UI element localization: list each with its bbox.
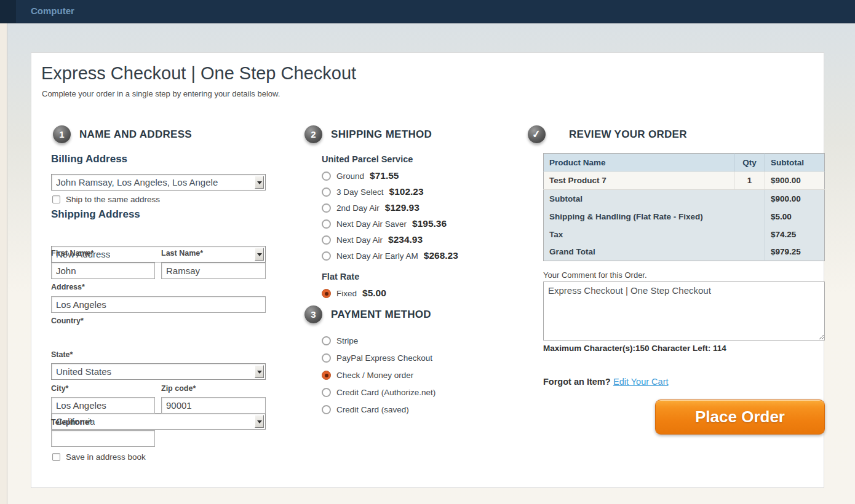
step2-header: 2 SHIPPING METHOD <box>304 125 432 143</box>
shipping-option-ground[interactable]: Ground $71.55 <box>322 168 458 184</box>
radio-icon[interactable] <box>322 235 331 245</box>
payment-option-label: Credit Card (saved) <box>336 405 409 414</box>
address-label: Address* <box>51 283 85 291</box>
col-qty: Qty <box>734 154 765 171</box>
country-select[interactable]: United States <box>51 363 266 380</box>
comment-label: Your Comment for this Order. <box>543 270 647 280</box>
item-subtotal: $900.00 <box>765 171 825 190</box>
chevron-down-icon <box>255 365 264 378</box>
telephone-field[interactable] <box>51 430 155 447</box>
save-address-row[interactable]: Save in address book <box>52 452 146 462</box>
address-field[interactable] <box>51 296 266 313</box>
billing-address-select-value: John Ramsay, Los Angeles, Los Angele <box>56 177 218 187</box>
shipping-option-2nd-day[interactable]: 2nd Day Air $129.93 <box>322 200 458 216</box>
radio-icon[interactable] <box>322 203 331 213</box>
place-order-button[interactable]: Place Order <box>655 400 825 435</box>
review-header: ✓ REVIEW YOUR ORDER <box>528 125 687 143</box>
shipping-option-label: Next Day Air <box>336 235 383 245</box>
shipping-option-price: $71.55 <box>370 170 399 181</box>
payment-option-label: Credit Card (Authorize.net) <box>336 388 435 397</box>
review-title: REVIEW YOUR ORDER <box>569 128 687 141</box>
last-name-field[interactable] <box>161 262 266 279</box>
order-item-row: Test Product 7 1 $900.00 <box>544 171 825 190</box>
payment-option-label: Check / Money order <box>336 371 413 380</box>
review-order-section: ✓ REVIEW YOUR ORDER Product Name Qty Sub… <box>528 125 835 482</box>
first-name-field[interactable] <box>51 262 155 279</box>
radio-icon[interactable] <box>322 388 331 397</box>
shipping-option-price: $234.93 <box>388 234 423 245</box>
forgot-item-row: Forgot an Item? Edit Your Cart <box>543 376 669 387</box>
total-label: Shipping & Handling (Flat Rate - Fixed) <box>544 208 765 226</box>
radio-selected-icon[interactable] <box>322 371 331 380</box>
window-titlebar: Computer <box>0 0 855 23</box>
item-qty: 1 <box>734 171 765 190</box>
order-comment-textarea[interactable]: Express Checkout | One Step Checkout <box>543 282 825 341</box>
table-header-row: Product Name Qty Subtotal <box>544 154 825 171</box>
radio-icon[interactable] <box>322 171 331 181</box>
chevron-down-icon <box>255 248 264 261</box>
total-label: Grand Total <box>544 243 765 261</box>
total-value: $5.00 <box>765 208 825 226</box>
shipping-option-next-day-saver[interactable]: Next Day Air Saver $195.36 <box>322 216 458 232</box>
shipping-option-label: Next Day Air Early AM <box>336 251 418 261</box>
titlebar-edge <box>0 0 16 23</box>
step1-header: 1 NAME AND ADDRESS <box>53 125 192 143</box>
city-label: City* <box>51 384 68 393</box>
carrier-options: Ground $71.55 3 Day Select $102.23 2nd D… <box>322 168 458 264</box>
radio-icon[interactable] <box>322 405 331 414</box>
radio-icon[interactable] <box>322 187 331 197</box>
save-address-label: Save in address book <box>66 452 146 462</box>
shipping-option-fixed[interactable]: Fixed $5.00 <box>322 285 386 301</box>
forgot-item-text: Forgot an Item? <box>543 377 611 387</box>
radio-icon[interactable] <box>322 353 331 363</box>
carrier-heading: United Parcel Service <box>322 154 413 164</box>
zip-field[interactable] <box>161 397 266 414</box>
total-label: Tax <box>544 226 765 243</box>
shipping-option-label: Fixed <box>336 289 357 298</box>
radio-icon[interactable] <box>322 219 331 229</box>
shipping-payment-section: 2 SHIPPING METHOD United Parcel Service … <box>304 125 514 482</box>
state-label: State* <box>51 350 73 359</box>
payment-option-saved-card[interactable]: Credit Card (saved) <box>322 401 435 418</box>
step1-number-icon: 1 <box>53 125 71 143</box>
payment-option-paypal[interactable]: PayPal Express Checkout <box>322 349 435 366</box>
shipping-option-price: $129.93 <box>385 202 420 213</box>
shipping-option-next-day-early[interactable]: Next Day Air Early AM $268.23 <box>322 248 458 264</box>
step1-title: NAME AND ADDRESS <box>79 128 192 141</box>
radio-selected-icon[interactable] <box>322 289 331 298</box>
chevron-down-icon <box>255 415 264 428</box>
step2-number-icon: 2 <box>304 125 322 143</box>
city-field[interactable] <box>51 397 155 414</box>
zip-label: Zip code* <box>161 384 196 393</box>
save-address-checkbox[interactable] <box>52 453 60 461</box>
total-value: $900.00 <box>765 190 825 208</box>
shipping-option-3day[interactable]: 3 Day Select $102.23 <box>322 184 458 200</box>
character-counter: Maximum Character(s):150 Character Left:… <box>543 344 726 353</box>
payment-option-stripe[interactable]: Stripe <box>322 332 435 349</box>
payment-option-check-money[interactable]: Check / Money order <box>322 366 435 384</box>
edit-cart-link[interactable]: Edit Your Cart <box>613 377 668 387</box>
ship-same-address-label: Ship to the same address <box>66 195 160 204</box>
totals-row-tax: Tax $74.25 <box>544 226 825 243</box>
payment-option-label: Stripe <box>336 336 358 345</box>
step2-title: SHIPPING METHOD <box>331 128 432 141</box>
ship-same-address-row[interactable]: Ship to the same address <box>52 195 160 204</box>
shipping-address-heading: Shipping Address <box>51 208 140 221</box>
shipping-option-label: 2nd Day Air <box>336 203 380 213</box>
shipping-option-price: $5.00 <box>362 288 386 299</box>
billing-address-select[interactable]: John Ramsay, Los Angeles, Los Angele <box>51 174 266 191</box>
radio-icon[interactable] <box>322 251 331 261</box>
step3-header: 3 PAYMENT METHOD <box>304 305 431 323</box>
ship-same-address-checkbox[interactable] <box>52 195 60 203</box>
payment-option-authorize[interactable]: Credit Card (Authorize.net) <box>322 384 435 401</box>
shipping-option-price: $102.23 <box>389 186 424 197</box>
step3-number-icon: 3 <box>304 305 322 323</box>
window-title: Computer <box>31 6 74 16</box>
radio-icon[interactable] <box>322 336 331 345</box>
shipping-option-next-day[interactable]: Next Day Air $234.93 <box>322 232 458 248</box>
payment-option-label: PayPal Express Checkout <box>336 353 432 363</box>
shipping-option-label: Next Day Air Saver <box>336 219 407 229</box>
item-name: Test Product 7 <box>544 171 734 190</box>
col-product-name: Product Name <box>544 154 734 171</box>
page-title: Express Checkout | One Step Checkout <box>41 63 356 84</box>
